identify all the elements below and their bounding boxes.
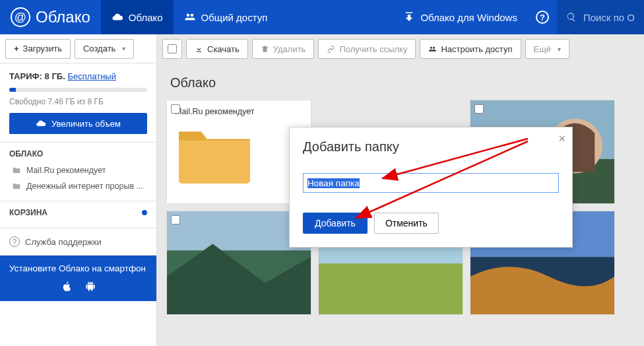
dialog-title: Добавить папку [303, 139, 559, 155]
upload-button[interactable]: +Загрузить [5, 39, 71, 59]
people-icon [184, 11, 196, 23]
nav-label: Облако для Windows [420, 12, 517, 23]
tile-checkbox[interactable] [474, 104, 484, 114]
nav-cloud[interactable]: Облако [101, 0, 174, 34]
folder-name-input[interactable] [303, 173, 559, 193]
plan-box: ТАРИФ: 8 ГБ. Бесплатный Свободно 7.46 ГБ… [0, 63, 156, 143]
plan-size: 8 ГБ. [45, 71, 65, 81]
folder-icon [12, 182, 21, 191]
logo-text: Облако [36, 8, 90, 26]
configure-access-button[interactable]: Настроить доступ [420, 39, 521, 59]
breadcrumb: Облако [170, 75, 635, 90]
plan-label: ТАРИФ: [9, 71, 42, 81]
nav-shared[interactable]: Общий доступ [174, 0, 278, 34]
download-icon [195, 45, 203, 53]
select-all-checkbox[interactable] [162, 39, 182, 59]
delete-button[interactable]: Удалить [252, 39, 315, 59]
cancel-button[interactable]: Отменить [374, 213, 439, 234]
apple-icon [61, 280, 73, 293]
svg-rect-6 [319, 263, 463, 314]
increase-storage-button[interactable]: Увеличить объем [9, 113, 147, 134]
toolbar-right: Скачать Удалить Получить ссылку Настроит… [157, 34, 644, 63]
logo[interactable]: @ Облако [0, 7, 101, 27]
search-icon [566, 12, 577, 22]
cloud-icon [36, 118, 46, 129]
sidebar-heading: ОБЛАКО [9, 149, 147, 158]
header-bar: @ Облако Облако Общий доступ Облако для … [0, 0, 644, 34]
download-button[interactable]: Скачать [186, 39, 248, 59]
download-icon [403, 11, 415, 23]
nav-desktop-app[interactable]: Облако для Windows [393, 0, 528, 34]
android-icon [84, 280, 96, 293]
nav-label: Общий доступ [201, 12, 268, 23]
storage-progress [9, 88, 147, 92]
search-placeholder: Поиск по О [583, 12, 635, 23]
sidebar-item[interactable]: Денежный интернет прорыв ... [9, 178, 147, 194]
question-icon: ? [9, 236, 20, 247]
plan-link[interactable]: Бесплатный [67, 71, 116, 81]
get-link-button[interactable]: Получить ссылку [318, 39, 416, 59]
promo-banner[interactable]: Установите Облако на смартфон [0, 256, 156, 301]
tile-checkbox[interactable] [171, 104, 180, 114]
sidebar: ТАРИФ: 8 ГБ. Бесплатный Свободно 7.46 ГБ… [0, 63, 157, 346]
sidebar-heading: КОРЗИНА [9, 208, 48, 217]
at-icon: @ [11, 7, 30, 27]
promo-text: Установите Облако на смартфон [9, 263, 147, 273]
link-icon [327, 45, 335, 53]
cloud-icon [112, 11, 123, 23]
toolbar-row: +Загрузить Создать▾ Скачать Удалить Полу… [0, 34, 644, 63]
close-icon[interactable]: × [558, 133, 565, 145]
people-icon [428, 45, 437, 53]
storage-free-text: Свободно 7.46 ГБ из 8 ГБ [9, 97, 147, 106]
sidebar-item[interactable]: Mail.Ru рекомендует [9, 162, 147, 178]
sidebar-cloud-section: ОБЛАКО Mail.Ru рекомендует Денежный инте… [0, 143, 156, 201]
create-button[interactable]: Создать▾ [75, 39, 134, 59]
trash-dot-indicator [142, 210, 147, 215]
trash-icon [261, 45, 269, 53]
folder-icon [12, 166, 21, 175]
help-icon[interactable]: ? [536, 11, 549, 24]
more-button[interactable]: Ещё▾ [525, 39, 570, 59]
add-button[interactable]: Добавить [303, 213, 368, 234]
folder-icon [175, 124, 254, 184]
sidebar-trash-section[interactable]: КОРЗИНА [0, 201, 156, 228]
search-box[interactable]: Поиск по О [557, 0, 644, 34]
toolbar-left: +Загрузить Создать▾ [0, 34, 157, 63]
tile-title: Mail.Ru рекомендует [175, 107, 303, 116]
add-folder-dialog: × Добавить папку Добавить Отменить [289, 127, 573, 248]
nav-label: Облако [129, 12, 163, 23]
support-link[interactable]: ? Служба поддержки [0, 228, 156, 256]
tile-checkbox[interactable] [171, 215, 180, 225]
